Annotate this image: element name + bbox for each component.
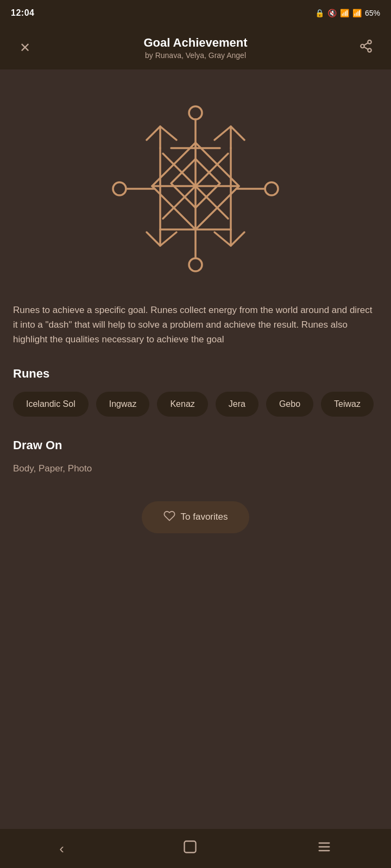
mute-icon: 🔇	[327, 9, 337, 17]
runes-container: Icelandic Sol Ingwaz Kenaz Jera Gebo Tei…	[13, 392, 378, 417]
share-button[interactable]	[354, 36, 378, 60]
back-button[interactable]: ‹	[43, 835, 80, 863]
draw-on-section: Draw On Body, Paper, Photo	[13, 438, 378, 474]
recents-button[interactable]	[300, 834, 348, 864]
home-icon	[182, 841, 198, 858]
recents-icon	[317, 841, 332, 858]
rune-chip-0[interactable]: Icelandic Sol	[13, 392, 89, 417]
lock-icon: 🔒	[315, 9, 324, 17]
close-button[interactable]: ✕	[13, 36, 37, 60]
battery-label: 65%	[365, 9, 380, 17]
rune-chip-5[interactable]: Teiwaz	[321, 392, 374, 417]
rune-chip-1[interactable]: Ingwaz	[96, 392, 150, 417]
rune-chip-2[interactable]: Kenaz	[157, 392, 207, 417]
svg-line-4	[364, 43, 368, 45]
runes-title: Runes	[13, 367, 378, 381]
share-icon	[359, 39, 373, 56]
svg-point-6	[189, 258, 202, 271]
rune-symbol	[109, 97, 282, 281]
close-icon: ✕	[20, 40, 30, 55]
svg-rect-27	[185, 841, 196, 852]
draw-on-title: Draw On	[13, 438, 378, 452]
heart-icon	[163, 510, 175, 525]
favorites-container: To favorites	[13, 501, 378, 533]
page-title: Goal Achievement	[37, 36, 354, 50]
header-center: Goal Achievement by Runava, Velya, Gray …	[37, 36, 354, 60]
home-button[interactable]	[166, 834, 214, 864]
svg-point-7	[113, 182, 126, 195]
svg-point-8	[265, 182, 278, 195]
description-text: Runes to achieve a specific goal. Runes …	[13, 303, 378, 347]
favorites-button[interactable]: To favorites	[142, 501, 250, 533]
status-time: 12:04	[11, 8, 34, 18]
signal-icon: 📶	[352, 9, 362, 17]
back-icon: ‹	[59, 840, 64, 857]
wifi-icon: 📶	[340, 9, 349, 17]
svg-line-3	[364, 47, 368, 49]
bottom-nav: ‹	[0, 829, 391, 868]
main-content: Runes to achieve a specific goal. Runes …	[0, 69, 391, 588]
status-bar: 12:04 🔒 🔇 📶 📶 65%	[0, 0, 391, 26]
rune-chip-4[interactable]: Gebo	[266, 392, 313, 417]
favorites-label: To favorites	[181, 512, 228, 522]
symbol-container	[13, 86, 378, 303]
rune-chip-3[interactable]: Jera	[216, 392, 258, 417]
draw-on-value: Body, Paper, Photo	[13, 463, 378, 474]
page-subtitle: by Runava, Velya, Gray Angel	[37, 51, 354, 60]
header: ✕ Goal Achievement by Runava, Velya, Gra…	[0, 26, 391, 69]
svg-point-5	[189, 106, 202, 119]
status-icons: 🔒 🔇 📶 📶 65%	[315, 9, 380, 17]
runes-section: Runes Icelandic Sol Ingwaz Kenaz Jera Ge…	[13, 367, 378, 417]
